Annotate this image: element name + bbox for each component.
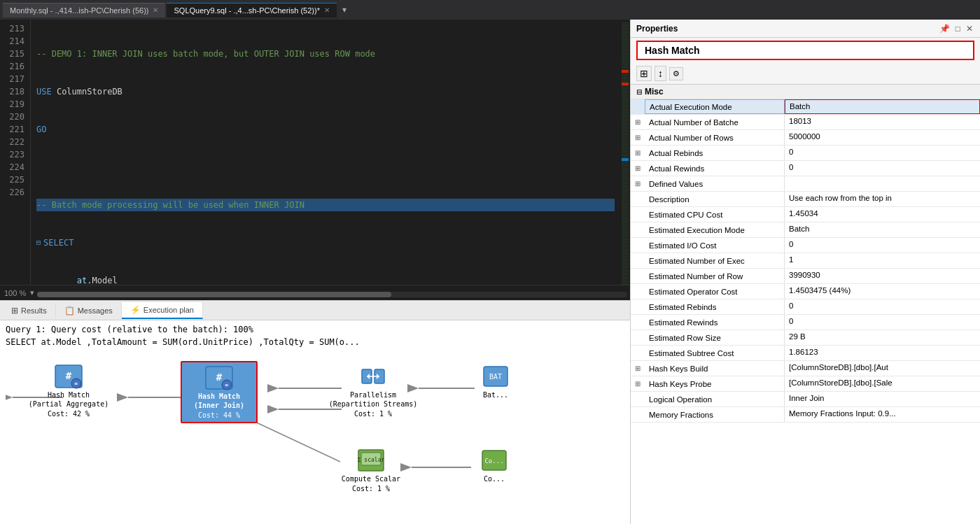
properties-panel: Properties 📌 □ ✕ Hash Match ⊞ ↕ ⚙ ⊟ Misc… [630, 20, 980, 524]
output-tabs: ⊞ Results 📋 Messages ⚡ Execution plan [0, 301, 630, 320]
prop-expand-19 [631, 392, 645, 406]
plan-node-hash-inner[interactable]: # ≡ Hash Match(Inner Join) Cost: 44 % [181, 361, 258, 423]
main-layout: 213 214 215 216 217 218 219 220 221 222 … [0, 20, 980, 524]
line-numbers: 213 214 215 216 217 218 219 220 221 222 … [0, 20, 31, 285]
plan-node-compute[interactable]: Σ scalar Compute Scalar Cost: 1 % [329, 448, 413, 493]
tab-dropdown-arrow[interactable]: ▾ [338, 5, 351, 15]
hash-partial-icon: # ≡ [54, 364, 83, 389]
tab-query9[interactable]: SQLQuery9.sql - .,4...sh-PC\Cherish (52)… [167, 3, 336, 17]
prop-value-10: 1 [785, 253, 980, 268]
parallelism-label: Parallelism(Repartition Streams) [329, 390, 417, 409]
prop-value-15: 29 B [785, 330, 980, 345]
query-header-line1: Query 1: Query cost (relative to the bat… [6, 325, 624, 334]
prop-row-10: Estimated Number of Exec1 [631, 253, 980, 269]
misc-section-header[interactable]: ⊟ Misc [631, 85, 980, 99]
prop-expand-3[interactable]: ⊞ [631, 146, 645, 160]
output-area: ⊞ Results 📋 Messages ⚡ Execution plan Qu… [0, 300, 630, 524]
prop-name-4: Actual Rewinds [645, 161, 785, 176]
tab-monthly[interactable]: Monthly.sql - .,414...ish-PC\Cherish (56… [3, 3, 165, 17]
tab-query9-close[interactable]: ✕ [324, 6, 330, 14]
hash-inner-cost: Cost: 44 % [198, 411, 240, 419]
prop-expand-0 [631, 99, 645, 114]
tab-bar: Monthly.sql - .,414...ish-PC\Cherish (56… [0, 0, 980, 20]
prop-name-12: Estimated Operator Cost [645, 284, 785, 299]
hash-partial-cost: Cost: 42 % [48, 410, 90, 418]
prop-row-9: Estimated I/O Cost0 [631, 238, 980, 253]
prop-row-19: Logical OperationInner Join [631, 392, 980, 407]
prop-expand-17[interactable]: ⊞ [631, 361, 645, 376]
prop-value-5 [785, 176, 980, 191]
settings-button[interactable]: ⚙ [669, 67, 683, 80]
prop-value-11: 3990930 [785, 269, 980, 283]
prop-name-20: Memory Fractions [645, 407, 785, 422]
prop-expand-5[interactable]: ⊞ [631, 176, 645, 191]
prop-value-20: Memory Fractions Input: 0.9... [785, 407, 980, 422]
prop-name-2: Actual Number of Rows [645, 130, 785, 145]
properties-table: ⊟ Misc Actual Execution ModeBatch⊞Actual… [631, 85, 980, 524]
prop-expand-20 [631, 407, 645, 422]
zoom-label: 100 % [0, 289, 30, 297]
prop-expand-18[interactable]: ⊞ [631, 376, 645, 391]
code-line-214: USE ColumnStoreDB [36, 85, 615, 98]
svg-text:≡: ≡ [225, 382, 229, 388]
tab-results[interactable]: ⊞ Results [3, 303, 56, 318]
horizontal-scrollbar[interactable] [37, 289, 627, 297]
comp-label: Co... [484, 474, 505, 483]
prop-name-11: Estimated Number of Row [645, 269, 785, 283]
prop-expand-1[interactable]: ⊞ [631, 115, 645, 129]
pin-button[interactable]: 📌 [938, 24, 951, 34]
code-editor[interactable]: 213 214 215 216 217 218 219 220 221 222 … [0, 20, 630, 285]
prop-name-19: Logical Operation [645, 392, 785, 406]
prop-expand-4[interactable]: ⊞ [631, 161, 645, 176]
tab-execution-plan[interactable]: ⚡ Execution plan [122, 302, 203, 319]
prop-row-18: ⊞Hash Keys Probe[ColumnStoreDB].[dbo].[S… [631, 376, 980, 392]
messages-icon: 📋 [64, 306, 75, 316]
svg-text:≡: ≡ [75, 381, 78, 387]
results-label: Results [21, 306, 47, 315]
prop-name-8: Estimated Execution Mode [645, 222, 785, 237]
prop-expand-2[interactable]: ⊞ [631, 130, 645, 145]
prop-expand-8 [631, 222, 645, 237]
code-lines[interactable]: -- DEMO 1: INNER JOIN uses batch mode, b… [31, 20, 620, 285]
prop-row-11: Estimated Number of Row3990930 [631, 269, 980, 284]
hash-match-title: Hash Match [636, 41, 974, 60]
prop-name-10: Estimated Number of Exec [645, 253, 785, 268]
plan-node-comp[interactable]: Co... Co... [473, 448, 515, 483]
editor-area: 213 214 215 216 217 218 219 220 221 222 … [0, 20, 630, 524]
properties-titlebar: Properties 📌 □ ✕ [631, 20, 980, 38]
plan-label: Execution plan [144, 306, 194, 314]
maximize-button[interactable]: □ [954, 24, 962, 34]
prop-value-3: 0 [785, 146, 980, 160]
prop-value-9: 0 [785, 238, 980, 253]
zoom-dropdown-arrow[interactable]: ▾ [30, 288, 34, 297]
plan-node-hash-partial[interactable]: # ≡ Hash Match(Partial Aggregate) Cost: … [27, 364, 111, 418]
prop-expand-15 [631, 330, 645, 345]
categorized-view-button[interactable]: ⊞ [636, 66, 652, 81]
prop-expand-7 [631, 207, 645, 222]
prop-name-18: Hash Keys Probe [645, 376, 785, 391]
prop-row-12: Estimated Operator Cost1.4503475 (44%) [631, 284, 980, 299]
prop-name-13: Estimated Rebinds [645, 299, 785, 314]
close-properties-button[interactable]: ✕ [965, 24, 974, 34]
prop-row-7: Estimated CPU Cost1.45034 [631, 207, 980, 222]
code-line-219: at.Model [36, 274, 615, 285]
prop-name-5: Defined Values [645, 176, 785, 191]
prop-row-0: Actual Execution ModeBatch [631, 99, 980, 115]
tab-messages[interactable]: 📋 Messages [56, 303, 122, 318]
hash-partial-label: Hash Match(Partial Aggregate) [29, 390, 108, 409]
compute-icon: Σ scalar [356, 448, 386, 473]
prop-expand-9 [631, 238, 645, 253]
prop-row-15: Estimated Row Size29 B [631, 330, 980, 346]
prop-name-1: Actual Number of Batche [645, 115, 785, 129]
prop-value-1: 18013 [785, 115, 980, 129]
prop-value-6: Use each row from the top in [785, 192, 980, 206]
compute-label: Compute Scalar [342, 474, 400, 483]
plan-node-bat[interactable]: BAT Bat... [475, 364, 517, 399]
plan-canvas[interactable]: # ≡ Hash Match(Partial Aggregate) Cost: … [6, 350, 624, 511]
tab-query9-label: SQLQuery9.sql - .,4...sh-PC\Cherish (52)… [174, 6, 319, 15]
tab-monthly-close[interactable]: ✕ [153, 6, 158, 14]
plan-node-parallelism[interactable]: Parallelism(Repartition Streams) Cost: 1… [328, 364, 419, 418]
alphabetical-view-button[interactable]: ↕ [654, 66, 666, 81]
prop-value-14: 0 [785, 315, 980, 330]
properties-title-label: Properties [636, 24, 678, 34]
